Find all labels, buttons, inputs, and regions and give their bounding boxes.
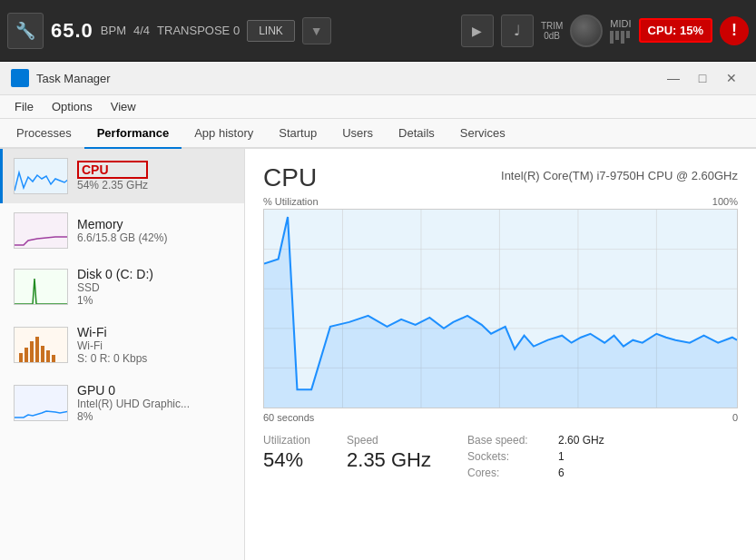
svg-rect-4 <box>15 159 68 194</box>
window-controls: — □ ✕ <box>660 67 745 89</box>
cores-row: Cores: 6 <box>467 467 604 479</box>
menu-bar: File Options View <box>0 95 756 119</box>
utilization-label: Utilization <box>263 434 310 447</box>
cpu-chart-svg <box>264 210 737 408</box>
chart-y-label: % Utilization <box>263 196 319 207</box>
wifi-sidebar-detail2: S: 0 R: 0 Kbps <box>77 352 147 365</box>
sidebar-item-gpu[interactable]: GPU 0 Intel(R) UHD Graphic... 8% <box>0 374 244 432</box>
memory-sidebar-detail: 6.6/15.8 GB (42%) <box>77 231 167 244</box>
sockets-value: 1 <box>558 450 565 463</box>
menu-view[interactable]: View <box>103 97 143 116</box>
bpm-display: 65.0 <box>51 19 93 43</box>
time-signature: 4/4 <box>133 24 150 37</box>
utilization-stat: Utilization 54% <box>263 434 310 479</box>
dropdown-arrow-icon[interactable]: ▼ <box>302 17 331 44</box>
cpu-panel-title: CPU <box>263 163 317 192</box>
chart-time-end: 0 <box>732 412 738 423</box>
svg-rect-1 <box>21 72 26 77</box>
metronome-icon[interactable]: ♩ <box>501 15 534 47</box>
volume-knob[interactable] <box>570 15 603 47</box>
tab-users[interactable]: Users <box>329 119 386 149</box>
disk-sidebar-name: Disk 0 (C: D:) <box>77 267 153 281</box>
cpu-usage-badge: CPU: 15% <box>639 18 712 43</box>
app-icon <box>11 69 29 87</box>
titlebar: Task Manager — □ ✕ <box>0 62 756 95</box>
cpu-header: CPU Intel(R) Core(TM) i7-9750H CPU @ 2.6… <box>263 163 738 192</box>
minimize-button[interactable]: — <box>660 67 687 89</box>
tab-performance[interactable]: Performance <box>84 119 182 149</box>
sidebar-item-wifi[interactable]: Wi-Fi Wi-Fi S: 0 R: 0 Kbps <box>0 316 244 374</box>
extra-stats: Base speed: 2.60 GHz Sockets: 1 Cores: 6 <box>467 434 604 479</box>
svg-rect-2 <box>14 79 19 84</box>
sidebar-item-cpu[interactable]: CPU 54% 2.35 GHz <box>0 149 244 203</box>
tab-services[interactable]: Services <box>447 119 518 149</box>
svg-rect-10 <box>30 341 34 362</box>
cpu-chart <box>263 209 738 408</box>
cpu-thumbnail <box>14 158 68 194</box>
midi-display: MIDI <box>610 18 631 44</box>
memory-sidebar-name: Memory <box>77 217 167 231</box>
tab-bar: Processes Performance App history Startu… <box>0 119 756 149</box>
gpu-sidebar-detail2: 8% <box>77 410 190 423</box>
cpu-detail-panel: CPU Intel(R) Core(TM) i7-9750H CPU @ 2.6… <box>245 149 756 560</box>
base-speed-value: 2.60 GHz <box>558 434 604 447</box>
base-speed-row: Base speed: 2.60 GHz <box>467 434 604 447</box>
cpu-sidebar-detail: 54% 2.35 GHz <box>77 179 148 192</box>
speed-stat: Speed 2.35 GHz <box>347 434 431 479</box>
svg-rect-14 <box>52 355 55 362</box>
speed-label: Speed <box>347 434 431 447</box>
alert-icon: ! <box>720 16 749 45</box>
menu-options[interactable]: Options <box>44 97 100 116</box>
cpu-model: Intel(R) Core(TM) i7-9750H CPU @ 2.60GHz <box>501 169 738 182</box>
transpose-label: TRANSPOSE 0 <box>157 24 240 37</box>
tab-app-history[interactable]: App history <box>182 119 266 149</box>
speed-value: 2.35 GHz <box>347 448 431 472</box>
play-button[interactable]: ▶ <box>461 15 494 47</box>
memory-thumbnail <box>14 212 68 249</box>
wifi-thumbnail <box>14 327 68 363</box>
cpu-sidebar-name: CPU <box>77 161 148 179</box>
disk-sidebar-info: Disk 0 (C: D:) SSD 1% <box>77 267 153 307</box>
content-body: CPU 54% 2.35 GHz Memory 6.6/15.8 GB (42%… <box>0 149 756 560</box>
disk-thumbnail <box>14 269 68 305</box>
svg-rect-5 <box>15 213 68 249</box>
sockets-row: Sockets: 1 <box>467 450 604 463</box>
chart-time-labels: 60 seconds 0 <box>263 412 738 423</box>
svg-rect-9 <box>25 348 28 362</box>
trim-display: TRIM 0dB <box>541 21 563 41</box>
tab-processes[interactable]: Processes <box>4 119 84 149</box>
maximize-button[interactable]: □ <box>689 67 716 89</box>
tab-details[interactable]: Details <box>386 119 447 149</box>
svg-rect-6 <box>15 270 68 305</box>
gpu-thumbnail <box>14 385 68 421</box>
link-button[interactable]: LINK <box>247 20 295 42</box>
daw-toolbar: 🔧 65.0 BPM 4/4 TRANSPOSE 0 LINK ▼ ▶ ♩ TR… <box>0 0 756 62</box>
svg-rect-0 <box>14 72 19 77</box>
wrench-icon[interactable]: 🔧 <box>7 13 44 49</box>
sidebar-item-memory[interactable]: Memory 6.6/15.8 GB (42%) <box>0 203 244 258</box>
tab-startup[interactable]: Startup <box>266 119 329 149</box>
cores-value: 6 <box>558 467 565 479</box>
wifi-sidebar-detail1: Wi-Fi <box>77 339 147 352</box>
sidebar-item-disk[interactable]: Disk 0 (C: D:) SSD 1% <box>0 258 244 316</box>
disk-sidebar-detail2: 1% <box>77 294 153 307</box>
wifi-sidebar-name: Wi-Fi <box>77 325 147 339</box>
disk-sidebar-detail1: SSD <box>77 281 153 294</box>
utilization-value: 54% <box>263 448 310 472</box>
window-title: Task Manager <box>36 72 653 85</box>
chart-time-start: 60 seconds <box>263 412 314 423</box>
svg-rect-8 <box>19 353 23 362</box>
bpm-label: BPM <box>101 24 126 37</box>
chart-y-max: 100% <box>712 196 738 207</box>
sockets-label: Sockets: <box>467 450 540 463</box>
gpu-sidebar-detail1: Intel(R) UHD Graphic... <box>77 398 190 410</box>
svg-rect-3 <box>21 79 26 84</box>
svg-rect-13 <box>46 350 50 362</box>
cpu-sidebar-info: CPU 54% 2.35 GHz <box>77 161 148 192</box>
menu-file[interactable]: File <box>7 97 41 116</box>
base-speed-label: Base speed: <box>467 434 540 447</box>
cores-label: Cores: <box>467 467 540 479</box>
close-button[interactable]: ✕ <box>718 67 745 89</box>
memory-sidebar-info: Memory 6.6/15.8 GB (42%) <box>77 217 167 244</box>
gpu-sidebar-name: GPU 0 <box>77 383 190 398</box>
